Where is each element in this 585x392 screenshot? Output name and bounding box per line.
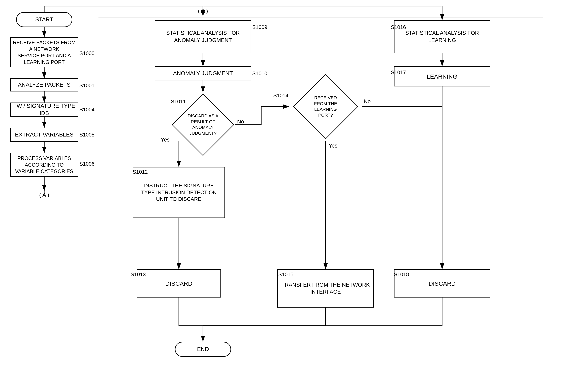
s1005-label: EXTRACT VARIABLES xyxy=(15,131,73,138)
no-label-s1011: No xyxy=(237,118,244,125)
connector-a-left: ( A ) xyxy=(35,189,53,201)
s1010-label: ANOMALY JUDGMENT xyxy=(173,70,233,77)
s1014-diamond: RECEIVEDFROM THE LEARNINGPORT? xyxy=(291,72,360,141)
s1011-step: S1011 xyxy=(171,98,186,105)
end-shape: END xyxy=(175,342,231,357)
flowchart-diagram: START RECEIVE PACKETS FROM A NETWORK SER… xyxy=(0,0,585,392)
s1015-step: S1015 xyxy=(278,272,293,278)
s1017-shape: LEARNING xyxy=(394,66,490,86)
s1016-shape: STATISTICAL ANALYSIS FOR LEARNING xyxy=(394,20,490,53)
s1017-step: S1017 xyxy=(391,69,406,76)
s1013-label: DISCARD xyxy=(165,280,192,288)
s1004-label: FW / SIGNATURE TYPE IDS xyxy=(11,102,78,117)
s1009-shape: STATISTICAL ANALYSIS FOR ANOMALY JUDGMEN… xyxy=(155,20,251,53)
flow-lines xyxy=(0,0,585,392)
s1017-label: LEARNING xyxy=(427,72,457,80)
s1000-step: S1000 xyxy=(79,50,94,56)
s1010-step: S1010 xyxy=(252,70,267,76)
s1001-shape: ANALYZE PACKETS xyxy=(10,78,78,92)
end-label: END xyxy=(197,346,209,353)
s1006-label: PROCESS VARIABLES ACCORDING TO VARIABLE … xyxy=(11,155,78,175)
s1012-step: S1012 xyxy=(133,169,148,175)
s1018-step: S1018 xyxy=(394,272,409,278)
s1009-step: S1009 xyxy=(252,24,267,30)
no-label-s1014: No xyxy=(364,98,371,105)
connector-a-top: ( A ) xyxy=(193,6,213,16)
s1016-step: S1016 xyxy=(391,24,406,30)
yes-label-s1014: Yes xyxy=(329,143,337,149)
s1000-label: RECEIVE PACKETS FROM A NETWORK SERVICE P… xyxy=(11,39,78,65)
start-label: START xyxy=(35,16,53,23)
connector-a-top-label: ( A ) xyxy=(198,8,208,15)
s1012-label: INSTRUCT THE SIGNATURE TYPE INTRUSION DE… xyxy=(141,182,217,203)
s1013-shape: DISCARD xyxy=(137,269,221,298)
yes-label-s1011: Yes xyxy=(161,137,170,143)
s1005-shape: EXTRACT VARIABLES xyxy=(10,128,78,142)
s1005-step: S1005 xyxy=(79,132,94,138)
start-shape: START xyxy=(16,12,72,27)
s1004-shape: FW / SIGNATURE TYPE IDS xyxy=(10,102,78,116)
s1000-shape: RECEIVE PACKETS FROM A NETWORK SERVICE P… xyxy=(10,37,78,67)
s1001-label: ANALYZE PACKETS xyxy=(18,81,70,88)
s1009-label: STATISTICAL ANALYSIS FOR ANOMALY JUDGMEN… xyxy=(166,30,240,44)
s1014-step: S1014 xyxy=(273,92,288,99)
s1006-shape: PROCESS VARIABLES ACCORDING TO VARIABLE … xyxy=(10,153,78,177)
s1018-label: DISCARD xyxy=(429,280,456,288)
s1016-label: STATISTICAL ANALYSIS FOR LEARNING xyxy=(405,30,479,44)
s1001-step: S1001 xyxy=(79,82,94,89)
s1006-step: S1006 xyxy=(79,161,94,167)
s1010-shape: ANOMALY JUDGMENT xyxy=(155,66,251,80)
connector-a-left-label: ( A ) xyxy=(39,192,49,198)
s1015-label: TRANSFER FROM THE NETWORK INTERFACE xyxy=(281,282,370,296)
s1013-step: S1013 xyxy=(131,272,146,278)
s1004-step: S1004 xyxy=(79,106,94,113)
